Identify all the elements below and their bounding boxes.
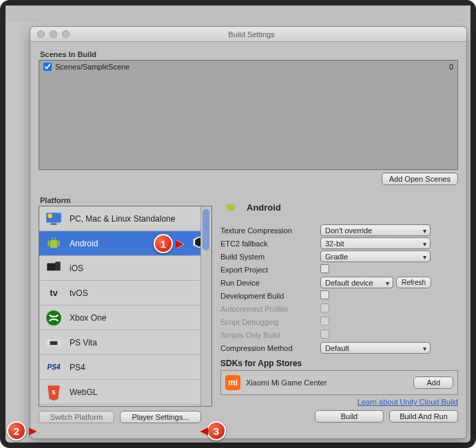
scripts-only-label: Scripts Only Build (220, 331, 320, 339)
platform-item-xboxone[interactable]: Xbox One (39, 306, 211, 330)
tvos-icon: tv (45, 284, 63, 302)
platform-item-android[interactable]: Android (39, 231, 211, 256)
platform-item-psvita[interactable]: PS Vita (39, 330, 211, 355)
chevron-down-icon: ▾ (423, 345, 426, 352)
svg-point-4 (52, 237, 53, 239)
dev-build-label: Development Build (220, 292, 320, 300)
platform-header: Platform (40, 196, 212, 204)
platform-label: PS Vita (70, 338, 97, 348)
compression-method-label: Compression Method (220, 344, 320, 352)
scene-path: Scenes/SampleScene (55, 63, 130, 71)
scene-checkbox[interactable] (43, 63, 52, 71)
refresh-button[interactable]: Refresh (396, 277, 431, 288)
chevron-down-icon: ▾ (423, 227, 426, 235)
etc2-select[interactable]: 32-bit▾ (320, 237, 431, 249)
chevron-down-icon: ▾ (423, 240, 426, 248)
svg-rect-19 (235, 204, 236, 209)
svg-point-12 (46, 310, 61, 326)
close-icon[interactable] (37, 30, 45, 38)
build-system-label: Build System (220, 253, 320, 261)
platform-label: Android (70, 239, 98, 248)
xiaomi-icon: mi (225, 375, 240, 390)
platform-item-tvos[interactable]: tv tvOS (39, 281, 211, 306)
titlebar[interactable]: Build Settings (30, 27, 466, 42)
android-icon (45, 235, 63, 253)
autoconnect-profiler-checkbox (320, 303, 329, 312)
sdk-store-name: Xiaomi Mi Game Center (246, 378, 327, 387)
svg-point-2 (48, 213, 52, 218)
platform-label: WebGL (70, 387, 97, 397)
platform-item-standalone[interactable]: PC, Mac & Linux Standalone (39, 206, 211, 231)
sdk-add-button[interactable]: Add (413, 376, 453, 389)
sdk-box: mi Xiaomi Mi Game Center Add (220, 370, 458, 395)
scene-index: 0 (449, 63, 453, 71)
texture-compression-label: Texture Compression (220, 226, 320, 235)
script-debugging-checkbox (320, 317, 329, 326)
ios-icon (45, 259, 63, 277)
dev-build-checkbox[interactable] (320, 290, 329, 299)
webgl-icon: 5 (45, 383, 63, 401)
platform-details: Android Texture CompressionDon't overrid… (220, 195, 458, 423)
scenes-list[interactable]: Scenes/SampleScene 0 (39, 60, 458, 170)
cloud-build-link[interactable]: Learn about Unity Cloud Build (358, 398, 458, 406)
run-device-label: Run Device (220, 279, 320, 287)
platform-label: PC, Mac & Linux Standalone (70, 214, 175, 224)
window-title: Build Settings (70, 30, 466, 39)
chevron-down-icon: ▾ (386, 279, 389, 287)
svg-rect-3 (50, 239, 58, 248)
scripts-only-checkbox (320, 330, 329, 339)
build-button[interactable]: Build (315, 410, 384, 423)
build-system-select[interactable]: Gradle▾ (320, 250, 431, 262)
minimize-icon[interactable] (50, 30, 57, 38)
platform-label: iOS (70, 264, 83, 273)
traffic-lights (30, 30, 70, 38)
build-and-run-button[interactable]: Build And Run (389, 410, 458, 423)
svg-rect-14 (50, 341, 58, 344)
android-icon (222, 198, 240, 216)
player-settings-button[interactable]: Player Settings... (120, 411, 201, 423)
background-strip (6, 6, 470, 22)
svg-rect-18 (226, 204, 227, 209)
texture-compression-select[interactable]: Don't override▾ (320, 224, 431, 236)
svg-rect-1 (51, 223, 57, 224)
scenes-header: Scenes In Build (40, 50, 458, 58)
export-project-checkbox[interactable] (320, 264, 329, 273)
svg-rect-7 (59, 240, 60, 246)
psvita-icon (45, 334, 63, 352)
export-project-label: Export Project (220, 266, 320, 274)
ps4-icon: PS4 (45, 359, 63, 376)
platform-label: tvOS (70, 288, 88, 298)
platform-item-ios[interactable]: iOS (39, 256, 211, 281)
switch-platform-button[interactable]: Switch Platform (39, 411, 114, 423)
script-debugging-label: Script Debugging (220, 318, 320, 326)
build-settings-window: Build Settings Scenes In Build Scenes/Sa… (30, 26, 467, 439)
svg-point-5 (54, 237, 56, 239)
svg-text:5: 5 (52, 389, 56, 396)
callout-3: 3 (207, 421, 230, 445)
platform-item-ps4[interactable]: PS4 PS4 (39, 355, 211, 380)
screenshot-frame: Build Settings Scenes In Build Scenes/Sa… (0, 0, 476, 448)
svg-rect-11 (55, 262, 61, 270)
platform-list[interactable]: PC, Mac & Linux Standalone Android iOS (39, 206, 212, 407)
selected-platform-title: Android (247, 202, 281, 213)
svg-rect-6 (48, 240, 49, 246)
autoconnect-profiler-label: Autoconnect Profiler (220, 305, 320, 313)
window-body: Scenes In Build Scenes/SampleScene 0 Add… (30, 42, 466, 431)
xbox-icon (45, 309, 63, 327)
platform-label: Xbox One (70, 313, 106, 323)
scrollbar-thumb[interactable] (203, 209, 209, 250)
chevron-down-icon: ▾ (423, 253, 426, 261)
etc2-label: ETC2 fallback (220, 239, 320, 248)
add-open-scenes-button[interactable]: Add Open Scenes (382, 173, 458, 185)
run-device-select[interactable]: Default device▾ (320, 277, 393, 288)
svg-rect-17 (227, 204, 234, 211)
platform-label: PS4 (70, 363, 85, 372)
sdk-header: SDKs for App Stores (220, 359, 458, 368)
callout-2: 2 (7, 421, 30, 445)
platform-scrollbar[interactable] (200, 206, 211, 406)
callout-1: 1 (154, 234, 177, 257)
scene-row[interactable]: Scenes/SampleScene 0 (39, 61, 457, 73)
compression-method-select[interactable]: Default▾ (320, 342, 431, 354)
platform-item-webgl[interactable]: 5 WebGL (39, 380, 211, 405)
zoom-icon[interactable] (62, 30, 70, 38)
